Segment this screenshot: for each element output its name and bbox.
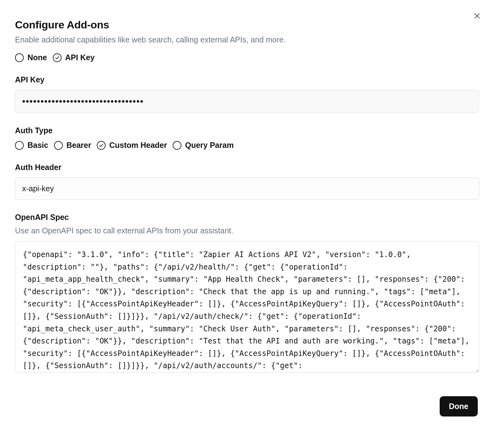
- close-button[interactable]: [472, 11, 483, 22]
- radio-icon: [53, 53, 62, 62]
- radio-label: Basic: [27, 141, 48, 150]
- radio-label: None: [27, 53, 47, 62]
- auth-type-option-custom-header[interactable]: Custom Header: [97, 141, 167, 150]
- openapi-spec-textarea[interactable]: [15, 241, 479, 373]
- configure-addons-modal: Configure Add-ons Enable additional capa…: [0, 0, 494, 428]
- radio-icon: [15, 53, 24, 62]
- auth-type-option-query-param[interactable]: Query Param: [173, 141, 234, 150]
- radio-label: Bearer: [67, 141, 91, 150]
- radio-icon: [54, 141, 63, 150]
- modal-subtitle: Enable additional capabilities like web …: [15, 35, 479, 44]
- auth-mode-radio-group: None API Key: [15, 53, 479, 62]
- radio-icon: [173, 141, 181, 150]
- close-icon: [473, 12, 481, 21]
- radio-label: Query Param: [185, 141, 234, 150]
- auth-mode-option-none[interactable]: None: [15, 53, 47, 62]
- modal-footer: Done: [15, 396, 479, 416]
- radio-icon: [15, 141, 24, 150]
- radio-label: API Key: [65, 53, 95, 62]
- radio-icon: [97, 141, 106, 150]
- modal-title: Configure Add-ons: [15, 19, 479, 31]
- openapi-spec-label: OpenAPI Spec: [15, 213, 479, 222]
- api-key-label: API Key: [15, 75, 479, 84]
- api-key-input[interactable]: [15, 90, 479, 113]
- auth-type-radio-group: Basic Bearer Custom Header Query Param: [15, 141, 479, 150]
- openapi-spec-helper: Use an OpenAPI spec to call external API…: [15, 226, 479, 235]
- auth-type-option-bearer[interactable]: Bearer: [54, 141, 91, 150]
- auth-header-input[interactable]: [15, 178, 479, 200]
- auth-mode-option-api-key[interactable]: API Key: [53, 53, 95, 62]
- auth-header-label: Auth Header: [15, 163, 479, 172]
- auth-type-label: Auth Type: [15, 126, 479, 135]
- radio-label: Custom Header: [109, 141, 167, 150]
- auth-type-option-basic[interactable]: Basic: [15, 141, 48, 150]
- done-button[interactable]: Done: [440, 396, 478, 416]
